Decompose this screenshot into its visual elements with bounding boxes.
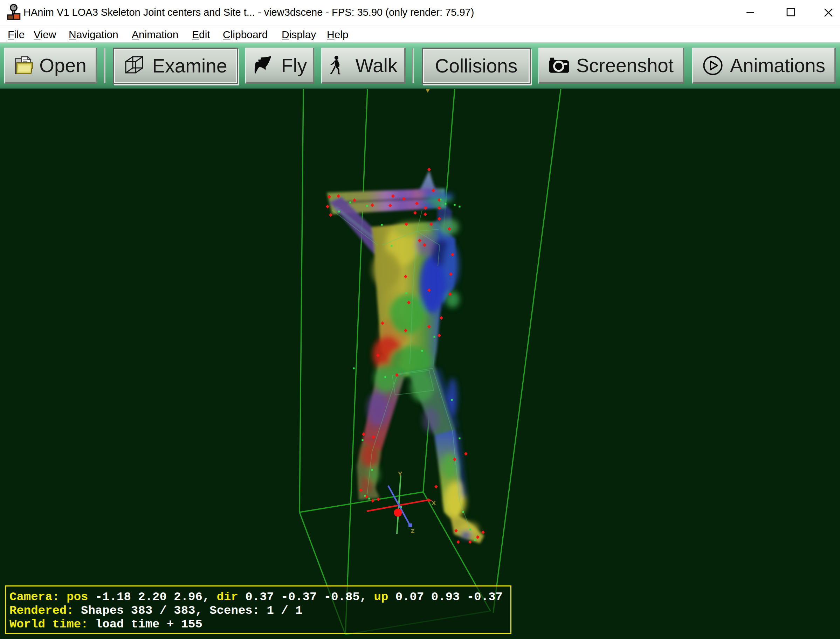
svg-text:x: x <box>431 499 436 507</box>
svg-text:Y: Y <box>398 470 402 478</box>
svg-text:z: z <box>410 527 415 535</box>
